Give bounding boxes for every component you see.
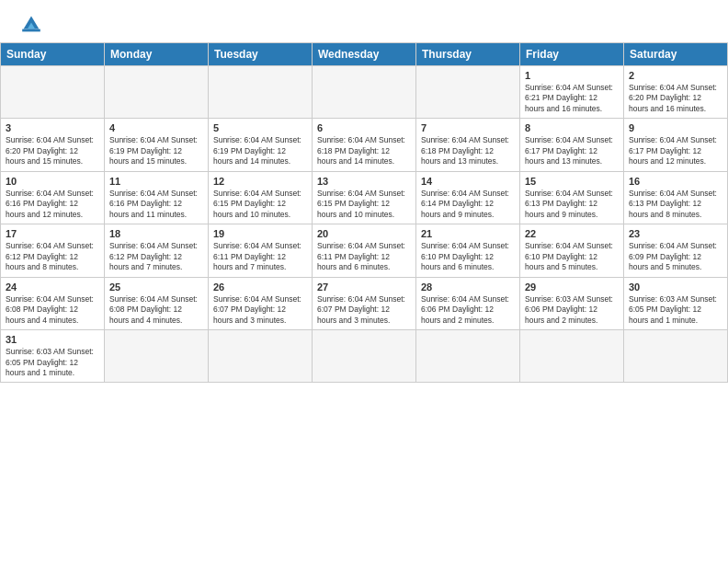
day-cell: 17Sunrise: 6:04 AM Sunset: 6:12 PM Dayli… [1, 224, 105, 277]
day-info: Sunrise: 6:03 AM Sunset: 6:05 PM Dayligh… [629, 294, 722, 326]
day-cell [416, 330, 520, 383]
day-number: 25 [109, 282, 203, 293]
day-cell: 18Sunrise: 6:04 AM Sunset: 6:12 PM Dayli… [105, 224, 209, 277]
day-info: Sunrise: 6:04 AM Sunset: 6:09 PM Dayligh… [629, 241, 722, 272]
day-info: Sunrise: 6:04 AM Sunset: 6:19 PM Dayligh… [213, 135, 307, 167]
day-info: Sunrise: 6:04 AM Sunset: 6:18 PM Dayligh… [317, 135, 411, 167]
week-row-5: 31Sunrise: 6:03 AM Sunset: 6:05 PM Dayli… [1, 330, 728, 383]
day-number: 8 [525, 122, 619, 133]
day-cell: 29Sunrise: 6:03 AM Sunset: 6:06 PM Dayli… [520, 277, 624, 329]
day-cell: 4Sunrise: 6:04 AM Sunset: 6:19 PM Daylig… [105, 119, 209, 171]
week-row-4: 24Sunrise: 6:04 AM Sunset: 6:08 PM Dayli… [1, 277, 728, 329]
day-cell: 1Sunrise: 6:04 AM Sunset: 6:21 PM Daylig… [520, 66, 624, 119]
day-cell: 2Sunrise: 6:04 AM Sunset: 6:20 PM Daylig… [624, 66, 728, 119]
day-cell: 30Sunrise: 6:03 AM Sunset: 6:05 PM Dayli… [624, 277, 728, 329]
day-cell [105, 66, 209, 119]
day-cell: 8Sunrise: 6:04 AM Sunset: 6:17 PM Daylig… [520, 119, 624, 171]
day-number: 7 [421, 122, 515, 133]
day-cell: 15Sunrise: 6:04 AM Sunset: 6:13 PM Dayli… [520, 171, 624, 224]
day-cell: 14Sunrise: 6:04 AM Sunset: 6:14 PM Dayli… [416, 171, 520, 224]
day-cell: 13Sunrise: 6:04 AM Sunset: 6:15 PM Dayli… [313, 171, 416, 224]
day-number: 9 [629, 122, 722, 133]
week-row-2: 10Sunrise: 6:04 AM Sunset: 6:16 PM Dayli… [1, 171, 728, 224]
calendar: SundayMondayTuesdayWednesdayThursdayFrid… [0, 42, 728, 383]
day-info: Sunrise: 6:04 AM Sunset: 6:18 PM Dayligh… [421, 135, 515, 167]
day-info: Sunrise: 6:04 AM Sunset: 6:07 PM Dayligh… [317, 294, 411, 326]
day-info: Sunrise: 6:04 AM Sunset: 6:20 PM Dayligh… [6, 135, 99, 167]
day-cell [416, 66, 520, 119]
day-number: 10 [6, 176, 99, 187]
day-number: 6 [317, 122, 411, 133]
day-number: 4 [109, 122, 203, 133]
day-cell: 5Sunrise: 6:04 AM Sunset: 6:19 PM Daylig… [209, 119, 313, 171]
day-info: Sunrise: 6:03 AM Sunset: 6:05 PM Dayligh… [6, 347, 99, 378]
day-cell [209, 330, 313, 383]
weekday-thursday: Thursday [416, 43, 520, 66]
day-info: Sunrise: 6:04 AM Sunset: 6:12 PM Dayligh… [6, 241, 99, 272]
week-row-1: 3Sunrise: 6:04 AM Sunset: 6:20 PM Daylig… [1, 119, 728, 171]
day-cell: 12Sunrise: 6:04 AM Sunset: 6:15 PM Dayli… [209, 171, 313, 224]
day-cell: 3Sunrise: 6:04 AM Sunset: 6:20 PM Daylig… [1, 119, 105, 171]
day-info: Sunrise: 6:04 AM Sunset: 6:10 PM Dayligh… [421, 241, 515, 272]
day-number: 1 [525, 70, 619, 81]
day-cell: 19Sunrise: 6:04 AM Sunset: 6:11 PM Dayli… [209, 224, 313, 277]
weekday-sunday: Sunday [1, 43, 105, 66]
day-number: 13 [317, 176, 411, 187]
day-number: 22 [525, 228, 619, 239]
day-number: 23 [629, 228, 722, 239]
day-number: 16 [629, 176, 722, 187]
day-info: Sunrise: 6:04 AM Sunset: 6:16 PM Dayligh… [109, 189, 203, 220]
day-cell [520, 330, 624, 383]
page: SundayMondayTuesdayWednesdayThursdayFrid… [0, 0, 728, 563]
day-number: 24 [6, 282, 99, 293]
day-cell: 31Sunrise: 6:03 AM Sunset: 6:05 PM Dayli… [1, 330, 105, 383]
day-cell: 16Sunrise: 6:04 AM Sunset: 6:13 PM Dayli… [624, 171, 728, 224]
day-info: Sunrise: 6:04 AM Sunset: 6:11 PM Dayligh… [317, 241, 411, 272]
day-cell [209, 66, 313, 119]
day-number: 31 [6, 334, 99, 345]
weekday-friday: Friday [520, 43, 624, 66]
day-info: Sunrise: 6:04 AM Sunset: 6:15 PM Dayligh… [317, 189, 411, 220]
day-info: Sunrise: 6:04 AM Sunset: 6:12 PM Dayligh… [109, 241, 203, 272]
day-info: Sunrise: 6:04 AM Sunset: 6:15 PM Dayligh… [213, 189, 307, 220]
day-number: 21 [421, 228, 515, 239]
day-cell: 24Sunrise: 6:04 AM Sunset: 6:08 PM Dayli… [1, 277, 105, 329]
day-cell: 20Sunrise: 6:04 AM Sunset: 6:11 PM Dayli… [313, 224, 416, 277]
day-cell [1, 66, 105, 119]
svg-rect-2 [22, 29, 40, 32]
day-number: 29 [525, 282, 619, 293]
day-number: 28 [421, 282, 515, 293]
weekday-wednesday: Wednesday [313, 43, 416, 66]
weekday-monday: Monday [105, 43, 209, 66]
day-info: Sunrise: 6:04 AM Sunset: 6:10 PM Dayligh… [525, 241, 619, 272]
day-number: 5 [213, 122, 307, 133]
generalblue-logo-icon [18, 11, 44, 37]
day-cell [105, 330, 209, 383]
day-info: Sunrise: 6:03 AM Sunset: 6:06 PM Dayligh… [525, 294, 619, 326]
day-info: Sunrise: 6:04 AM Sunset: 6:14 PM Dayligh… [421, 189, 515, 220]
day-number: 3 [6, 122, 99, 133]
day-cell [313, 66, 416, 119]
day-info: Sunrise: 6:04 AM Sunset: 6:21 PM Dayligh… [525, 83, 619, 114]
day-info: Sunrise: 6:04 AM Sunset: 6:17 PM Dayligh… [629, 135, 722, 167]
day-cell: 25Sunrise: 6:04 AM Sunset: 6:08 PM Dayli… [105, 277, 209, 329]
day-cell [313, 330, 416, 383]
day-number: 15 [525, 176, 619, 187]
day-info: Sunrise: 6:04 AM Sunset: 6:13 PM Dayligh… [629, 189, 722, 220]
day-cell: 28Sunrise: 6:04 AM Sunset: 6:06 PM Dayli… [416, 277, 520, 329]
day-info: Sunrise: 6:04 AM Sunset: 6:19 PM Dayligh… [109, 135, 203, 167]
day-info: Sunrise: 6:04 AM Sunset: 6:20 PM Dayligh… [629, 83, 722, 114]
weekday-header-row: SundayMondayTuesdayWednesdayThursdayFrid… [1, 43, 728, 66]
day-cell: 10Sunrise: 6:04 AM Sunset: 6:16 PM Dayli… [1, 171, 105, 224]
day-number: 20 [317, 228, 411, 239]
logo [18, 11, 48, 37]
day-cell: 21Sunrise: 6:04 AM Sunset: 6:10 PM Dayli… [416, 224, 520, 277]
day-cell [624, 330, 728, 383]
day-number: 12 [213, 176, 307, 187]
day-info: Sunrise: 6:04 AM Sunset: 6:17 PM Dayligh… [525, 135, 619, 167]
weekday-tuesday: Tuesday [209, 43, 313, 66]
day-cell: 6Sunrise: 6:04 AM Sunset: 6:18 PM Daylig… [313, 119, 416, 171]
day-number: 2 [629, 70, 722, 81]
day-number: 19 [213, 228, 307, 239]
day-info: Sunrise: 6:04 AM Sunset: 6:08 PM Dayligh… [6, 294, 99, 326]
